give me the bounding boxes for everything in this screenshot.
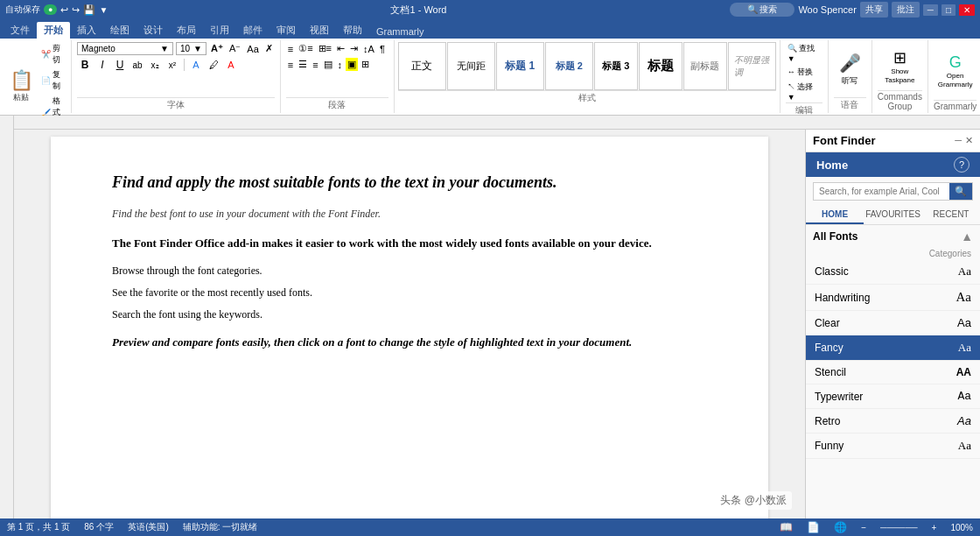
ff-help-btn[interactable]: ?: [954, 157, 970, 173]
redo-btn[interactable]: ↪: [72, 4, 80, 16]
bullets-btn[interactable]: ≡: [286, 43, 295, 55]
ff-item-stencil[interactable]: Stencil AA: [806, 361, 980, 384]
tab-home[interactable]: 开始: [37, 22, 70, 39]
maximize-btn[interactable]: □: [942, 4, 956, 16]
align-right-btn[interactable]: ≡: [311, 59, 319, 71]
style-subtitle[interactable]: 副标题: [683, 42, 727, 90]
sort-btn[interactable]: ↕A: [361, 43, 376, 55]
search-box[interactable]: 🔍 搜索: [730, 3, 795, 17]
ff-item-clear[interactable]: Clear Aa: [806, 311, 980, 335]
find-btn[interactable]: 🔍 查找▼: [786, 42, 822, 64]
copy-btn[interactable]: 📄 复制: [38, 68, 66, 93]
tab-insert[interactable]: 插入: [70, 22, 103, 39]
cut-btn[interactable]: ✂️ 剪切: [38, 42, 66, 67]
clear-format-btn[interactable]: ✗: [263, 42, 275, 55]
ff-item-handwriting[interactable]: Handwriting Aa: [806, 285, 980, 311]
justify-btn[interactable]: ▤: [322, 58, 334, 71]
document-page: Find and apply the most suitable fonts t…: [51, 137, 768, 518]
ff-nav-favourites[interactable]: FAVOURITES: [864, 206, 922, 224]
ff-font-list[interactable]: Classic Aa Handwriting Aa Clear Aa: [806, 259, 980, 518]
comment-btn[interactable]: 批注: [892, 2, 920, 18]
paste-btn[interactable]: 📋 粘贴: [5, 67, 37, 105]
tab-mailings[interactable]: 邮件: [236, 22, 270, 39]
ff-item-typewriter[interactable]: Typewriter Aa: [806, 384, 980, 409]
align-left-btn[interactable]: ≡: [286, 59, 295, 71]
line-spacing-btn[interactable]: ↕: [336, 59, 345, 71]
shading-btn[interactable]: ▣: [346, 58, 358, 71]
doc-scroll-area[interactable]: Find and apply the most suitable fonts t…: [14, 130, 805, 518]
style-h3[interactable]: 标题 3: [594, 42, 638, 90]
zoom-level: 100%: [950, 523, 973, 532]
ff-scroll-up[interactable]: ▲: [961, 229, 973, 243]
customize-qat-btn[interactable]: ▼: [99, 5, 108, 15]
style-no-spacing[interactable]: 无间距: [447, 42, 495, 90]
ff-nav-recent[interactable]: RECENT: [922, 206, 980, 224]
style-h1[interactable]: 标题 1: [496, 42, 544, 90]
ff-nav-home[interactable]: HOME: [806, 206, 864, 224]
bold-btn[interactable]: B: [77, 57, 93, 73]
ff-search-input[interactable]: [814, 183, 949, 200]
ff-all-fonts-label: All Fonts: [813, 230, 858, 243]
numbering-btn[interactable]: ①≡: [297, 42, 314, 55]
replace-btn[interactable]: ↔ 替换: [786, 66, 822, 79]
commands-label: Commands Group: [878, 90, 922, 111]
doc-item3: Search the font using the keywords.: [112, 308, 707, 321]
view-web-btn[interactable]: 🌐: [834, 521, 847, 533]
ff-minimize-btn[interactable]: ─: [955, 135, 962, 146]
close-btn[interactable]: ✕: [959, 4, 975, 16]
tab-review[interactable]: 审阅: [270, 22, 303, 39]
tab-grammarly[interactable]: Grammarly: [369, 25, 430, 39]
undo-btn[interactable]: ↩: [60, 4, 68, 16]
increase-font-btn[interactable]: A⁺: [209, 42, 225, 55]
ff-search-btn[interactable]: 🔍: [949, 183, 972, 200]
subscript-btn[interactable]: x₂: [147, 57, 163, 73]
style-h2[interactable]: 标题 2: [545, 42, 593, 90]
open-grammarly-btn[interactable]: G Open Grammarly: [934, 53, 976, 88]
zoom-out-btn[interactable]: −: [861, 523, 866, 532]
share-btn[interactable]: 共享: [860, 2, 888, 18]
text-effect-btn[interactable]: A: [188, 57, 204, 73]
minimize-btn[interactable]: ─: [923, 4, 938, 16]
style-normal[interactable]: 正文: [398, 42, 446, 90]
tab-view[interactable]: 视图: [303, 22, 336, 39]
view-read-btn[interactable]: 📖: [780, 521, 793, 533]
ff-item-fancy[interactable]: Fancy Aa: [806, 335, 980, 361]
font-size-input[interactable]: 10▼: [176, 42, 206, 55]
dictate-btn[interactable]: 🎤: [839, 53, 861, 74]
decrease-indent-btn[interactable]: ⇤: [335, 42, 346, 55]
highlight-btn[interactable]: 🖊: [206, 57, 221, 73]
ff-close-btn[interactable]: ✕: [965, 135, 973, 146]
style-subtle-emphasis[interactable]: 不明显强调: [728, 42, 776, 90]
autosave-label: 自动保存: [5, 4, 40, 16]
tab-references[interactable]: 引用: [203, 22, 236, 39]
tab-help[interactable]: 帮助: [336, 22, 369, 39]
zoom-slider[interactable]: ──────: [880, 523, 918, 532]
align-center-btn[interactable]: ☰: [297, 58, 309, 71]
decrease-font-btn[interactable]: A⁻: [228, 42, 242, 55]
select-btn[interactable]: ↖ 选择▼: [786, 81, 822, 102]
tab-layout[interactable]: 布局: [170, 22, 203, 39]
font-color-btn[interactable]: A: [223, 57, 239, 73]
superscript-btn[interactable]: x²: [164, 57, 180, 73]
italic-btn[interactable]: I: [94, 57, 110, 73]
border-btn[interactable]: ⊞: [360, 58, 371, 71]
show-marks-btn[interactable]: ¶: [378, 43, 387, 55]
tab-design[interactable]: 设计: [136, 22, 170, 39]
strikethrough-btn[interactable]: ab: [130, 57, 145, 73]
change-case-btn[interactable]: Aa: [245, 43, 260, 55]
quick-save-btn[interactable]: 💾: [83, 4, 95, 16]
increase-indent-btn[interactable]: ⇥: [348, 42, 360, 55]
underline-btn[interactable]: U: [112, 57, 128, 73]
show-taskpane-btn[interactable]: ⊞ Show Taskpane: [878, 48, 922, 84]
autosave-toggle[interactable]: ●: [44, 4, 57, 15]
tab-draw[interactable]: 绘图: [103, 22, 136, 39]
tab-file[interactable]: 文件: [4, 22, 37, 39]
ff-item-retro[interactable]: Retro Aa: [806, 409, 980, 434]
style-title[interactable]: 标题: [639, 42, 682, 90]
ff-item-classic[interactable]: Classic Aa: [806, 259, 980, 285]
multilevel-btn[interactable]: ⊞≡: [317, 42, 333, 55]
ff-item-funny[interactable]: Funny Aa: [806, 434, 980, 459]
font-name-input[interactable]: Magneto▼: [77, 42, 173, 55]
view-print-btn[interactable]: 📄: [807, 521, 820, 533]
zoom-in-btn[interactable]: +: [932, 523, 937, 532]
